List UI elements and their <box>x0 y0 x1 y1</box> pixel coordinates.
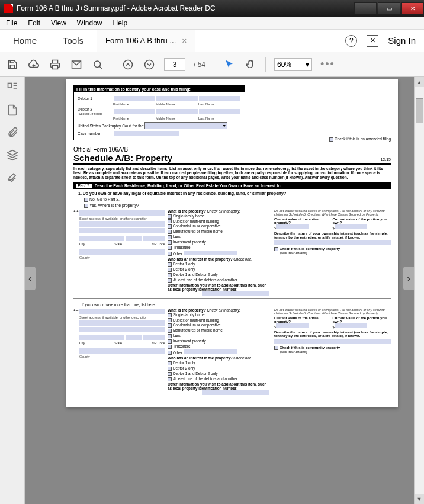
separator <box>265 57 266 72</box>
nature-field[interactable] <box>274 240 391 245</box>
cb-community[interactable] <box>274 346 278 350</box>
street-1[interactable] <box>79 210 165 216</box>
mobile-icon[interactable]: ✕ <box>367 35 378 47</box>
zip-field[interactable] <box>143 335 165 340</box>
help-icon[interactable]: ? <box>345 35 357 47</box>
next-page-button[interactable]: › <box>403 267 414 290</box>
sign-in-button[interactable]: Sign In <box>388 36 416 46</box>
street-3[interactable] <box>79 327 165 332</box>
minimize-button[interactable]: — <box>354 2 377 14</box>
cb-investment[interactable] <box>168 240 172 245</box>
scroll-thumb[interactable] <box>416 98 423 123</box>
other-info-field[interactable] <box>202 390 269 395</box>
other-field[interactable] <box>184 251 237 255</box>
pointer-icon[interactable] <box>223 58 236 71</box>
cb-debtor12[interactable] <box>168 273 172 277</box>
debtor1-last[interactable] <box>199 96 240 101</box>
cloud-upload-icon[interactable] <box>27 58 40 71</box>
case-number-field[interactable] <box>114 131 179 136</box>
tab-close-icon[interactable]: × <box>182 36 187 46</box>
cb-other[interactable] <box>168 351 172 355</box>
cb-debtor2[interactable] <box>168 268 172 272</box>
value-portion[interactable] <box>335 323 367 328</box>
menu-view[interactable]: View <box>51 19 66 27</box>
county-field[interactable] <box>79 249 165 255</box>
court-select[interactable]: ▼ <box>144 122 227 129</box>
amended-checkbox[interactable] <box>329 137 333 142</box>
email-icon[interactable] <box>70 58 83 71</box>
value-entire[interactable] <box>276 224 309 229</box>
menu-help[interactable]: Help <box>113 19 128 27</box>
q1-no-checkbox[interactable] <box>84 198 88 202</box>
page-up-icon[interactable] <box>121 58 134 71</box>
tab-home[interactable]: Home <box>0 30 50 52</box>
debtor2-last[interactable] <box>199 109 240 114</box>
cb-debtor2[interactable] <box>168 367 172 371</box>
cb-debtor1[interactable] <box>168 361 172 365</box>
layers-icon[interactable] <box>7 149 18 161</box>
cb-single-family[interactable] <box>168 313 172 317</box>
thumbnails-icon[interactable] <box>7 82 18 94</box>
county-field[interactable] <box>79 348 165 354</box>
cb-condo[interactable] <box>168 323 172 328</box>
menu-edit[interactable]: Edit <box>28 19 40 27</box>
value-portion[interactable] <box>335 224 367 229</box>
scroll-down-icon[interactable]: ▼ <box>415 494 424 504</box>
cb-land[interactable] <box>168 235 172 239</box>
debtor2-first[interactable] <box>114 109 155 114</box>
cb-community[interactable] <box>274 247 278 251</box>
hand-icon[interactable] <box>244 58 257 71</box>
street-1[interactable] <box>79 309 165 314</box>
state-field[interactable] <box>126 236 142 241</box>
cb-condo[interactable] <box>168 224 172 229</box>
zip-field[interactable] <box>143 236 165 241</box>
cb-manufactured[interactable] <box>168 230 172 234</box>
city-field[interactable] <box>79 335 124 340</box>
maximize-button[interactable]: ▭ <box>378 2 400 14</box>
value-entire[interactable] <box>276 323 309 328</box>
state-field[interactable] <box>126 335 142 340</box>
cb-duplex[interactable] <box>168 219 172 223</box>
zoom-select[interactable]: 60%▾ <box>274 58 312 71</box>
debtor1-first[interactable] <box>114 96 155 101</box>
cb-duplex[interactable] <box>168 318 172 322</box>
nature-field[interactable] <box>274 339 391 344</box>
cb-single-family[interactable] <box>168 214 172 219</box>
street-2[interactable] <box>79 320 165 326</box>
attachments-icon[interactable] <box>7 127 18 139</box>
close-button[interactable]: ✕ <box>401 2 424 14</box>
vertical-scrollbar[interactable]: ▲ ▼ <box>414 77 424 504</box>
prev-page-button[interactable]: ‹ <box>25 267 36 290</box>
more-icon[interactable]: ••• <box>320 58 335 70</box>
menu-file[interactable]: File <box>6 19 17 27</box>
menu-window[interactable]: Window <box>77 19 102 27</box>
page-number-input[interactable] <box>164 58 185 71</box>
cb-atleast[interactable] <box>168 278 172 283</box>
cb-debtor12[interactable] <box>168 372 172 376</box>
cb-land[interactable] <box>168 334 172 338</box>
bookmarks-icon[interactable] <box>7 104 18 116</box>
cb-debtor1[interactable] <box>168 262 172 267</box>
q1-yes-checkbox[interactable] <box>84 204 88 208</box>
cb-manufactured[interactable] <box>168 329 172 333</box>
print-icon[interactable] <box>49 58 62 71</box>
tab-tools[interactable]: Tools <box>50 30 97 52</box>
scroll-up-icon[interactable]: ▲ <box>415 77 424 87</box>
document-tab[interactable]: Form 106 A B thru ... × <box>97 30 195 52</box>
cb-investment[interactable] <box>168 339 172 344</box>
debtor1-middle[interactable] <box>156 96 198 101</box>
signatures-icon[interactable] <box>7 172 18 184</box>
cb-other[interactable] <box>168 252 172 256</box>
other-info-field[interactable] <box>202 291 269 296</box>
cb-timeshare[interactable] <box>168 345 172 349</box>
city-field[interactable] <box>79 236 124 241</box>
street-3[interactable] <box>79 228 165 233</box>
other-field[interactable] <box>184 349 237 354</box>
street-2[interactable] <box>79 221 165 227</box>
cb-timeshare[interactable] <box>168 246 172 250</box>
cb-atleast[interactable] <box>168 377 172 381</box>
page-down-icon[interactable] <box>143 58 156 71</box>
debtor2-middle[interactable] <box>156 109 198 114</box>
search-icon[interactable] <box>91 58 104 71</box>
save-icon[interactable] <box>6 58 19 71</box>
